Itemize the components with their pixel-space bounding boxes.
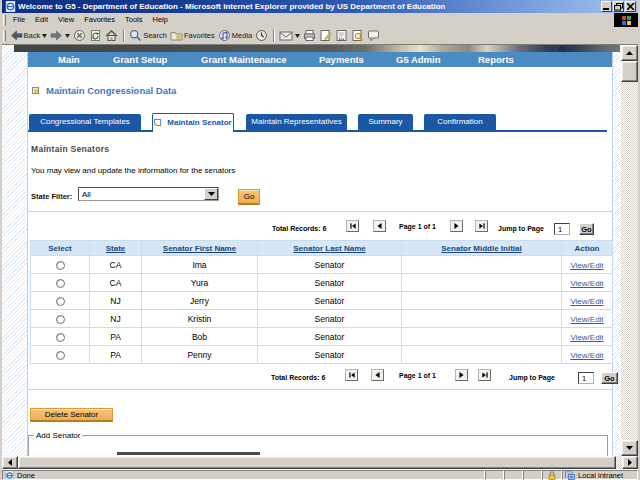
- last-page-button[interactable]: [478, 369, 491, 381]
- cell-first-name: Bob: [142, 328, 258, 346]
- next-page-button[interactable]: [455, 369, 468, 381]
- select-radio[interactable]: [56, 261, 65, 270]
- previous-page-button[interactable]: [371, 369, 384, 381]
- scroll-down-button[interactable]: [621, 440, 638, 456]
- nav-grant-setup[interactable]: Grant Setup: [113, 52, 167, 67]
- view-edit-link[interactable]: View/Edit: [570, 351, 603, 360]
- nav-g5-admin[interactable]: G5 Admin: [396, 52, 441, 67]
- delete-senator-button[interactable]: Delete Senator: [30, 408, 113, 422]
- horizontal-scroll-thumb[interactable]: [18, 456, 616, 469]
- search-label: Search: [143, 31, 167, 40]
- view-edit-link[interactable]: View/Edit: [570, 279, 603, 288]
- tab-maintain-senator[interactable]: Maintain Senator: [152, 113, 234, 132]
- select-radio[interactable]: [56, 279, 65, 288]
- cell-select: [31, 256, 90, 274]
- tab-maintain-representatives[interactable]: Maintain Representatives: [246, 114, 347, 130]
- jump-go-button[interactable]: Go: [601, 372, 618, 384]
- home-button[interactable]: [104, 28, 120, 44]
- close-button[interactable]: [625, 1, 636, 12]
- select-radio[interactable]: [56, 351, 65, 360]
- table-header-row: Select State Senator First Name Senator …: [31, 241, 613, 256]
- cell-state: CA: [90, 256, 142, 274]
- menu-favorites[interactable]: Favorites: [79, 13, 120, 27]
- last-page-button[interactable]: [475, 220, 488, 232]
- tab-summary[interactable]: Summary: [358, 114, 413, 130]
- back-button[interactable]: Back: [8, 28, 49, 44]
- mail-button[interactable]: [278, 28, 302, 44]
- tab-confirmation[interactable]: Confirmation: [424, 114, 496, 130]
- status-pane-zone: Local intranet: [562, 470, 638, 480]
- favorites-button[interactable]: Favorites: [168, 28, 216, 44]
- nav-payments[interactable]: Payments: [319, 52, 364, 67]
- discuss-button[interactable]: [366, 28, 382, 44]
- history-button[interactable]: [254, 28, 270, 44]
- nav-grant-maintenance[interactable]: Grant Maintenance: [201, 52, 287, 67]
- cell-last-name: Senator: [258, 346, 402, 364]
- tab-label: Maintain Senator: [167, 116, 231, 130]
- select-radio[interactable]: [56, 333, 65, 342]
- scroll-up-button[interactable]: [621, 45, 638, 61]
- print-icon: [303, 29, 316, 42]
- toolbar-grip[interactable]: [3, 30, 6, 41]
- next-page-button[interactable]: [450, 220, 463, 232]
- edit-with-word-button[interactable]: [334, 28, 350, 44]
- mail-dropdown-caret: [295, 34, 300, 38]
- nav-reports[interactable]: Reports: [478, 52, 514, 67]
- horizontal-scrollbar[interactable]: [2, 456, 638, 469]
- status-pane: [485, 470, 504, 480]
- tab-congressional-templates[interactable]: Congressional Templates: [29, 114, 141, 130]
- cell-select: [31, 292, 90, 310]
- view-edit-link[interactable]: View/Edit: [570, 297, 603, 306]
- cell-middle-initial: [402, 292, 562, 310]
- view-edit-link[interactable]: View/Edit: [570, 261, 603, 270]
- vertical-scroll-track[interactable]: [621, 61, 638, 440]
- col-first-name[interactable]: Senator First Name: [142, 241, 258, 256]
- cell-last-name: Senator: [258, 274, 402, 292]
- col-state[interactable]: State: [90, 241, 142, 256]
- jump-to-page-input[interactable]: [554, 223, 570, 235]
- research-button[interactable]: [350, 28, 366, 44]
- jump-go-button[interactable]: Go: [579, 223, 594, 235]
- refresh-button[interactable]: [88, 28, 104, 44]
- back-label: Back: [24, 31, 41, 40]
- menu-file[interactable]: File: [8, 13, 30, 27]
- vertical-scroll-thumb[interactable]: [621, 61, 638, 82]
- menubar-grip[interactable]: [3, 15, 6, 26]
- cell-middle-initial: [402, 274, 562, 292]
- minimize-button[interactable]: [601, 1, 612, 12]
- search-button[interactable]: Search: [128, 28, 169, 44]
- cell-action: View/Edit: [562, 256, 613, 274]
- menu-edit[interactable]: Edit: [30, 13, 53, 27]
- menu-help[interactable]: Help: [148, 13, 173, 27]
- state-filter-go-button[interactable]: Go: [238, 189, 260, 205]
- cell-last-name: Senator: [258, 328, 402, 346]
- vertical-scrollbar[interactable]: [621, 45, 638, 456]
- jump-to-page-input[interactable]: [578, 372, 594, 384]
- view-edit-link[interactable]: View/Edit: [570, 333, 603, 342]
- state-filter-select[interactable]: All: [78, 187, 219, 201]
- forward-button[interactable]: [49, 28, 72, 44]
- previous-page-button[interactable]: [373, 220, 386, 232]
- stop-button[interactable]: [72, 28, 88, 44]
- media-label: Media: [232, 31, 252, 40]
- col-last-name[interactable]: Senator Last Name: [258, 241, 402, 256]
- col-middle-initial[interactable]: Senator Middle Initial: [402, 241, 562, 256]
- cell-middle-initial: [402, 256, 562, 274]
- first-page-button[interactable]: [346, 220, 359, 232]
- scroll-right-button[interactable]: [622, 456, 638, 469]
- media-button[interactable]: Media: [216, 28, 253, 44]
- view-edit-link[interactable]: View/Edit: [570, 315, 603, 324]
- select-radio[interactable]: [56, 297, 65, 306]
- select-radio[interactable]: [56, 315, 65, 324]
- menu-tools[interactable]: Tools: [120, 13, 148, 27]
- restore-button[interactable]: [613, 1, 624, 12]
- scroll-left-button[interactable]: [2, 456, 18, 469]
- menu-view[interactable]: View: [53, 13, 79, 27]
- nav-main[interactable]: Main: [58, 52, 80, 67]
- print-button[interactable]: [302, 28, 318, 44]
- edit-button[interactable]: [318, 28, 334, 44]
- divider: [28, 389, 612, 390]
- select-dropdown-arrow-icon[interactable]: [204, 188, 218, 200]
- divider: [28, 211, 612, 212]
- first-page-button[interactable]: [345, 369, 358, 381]
